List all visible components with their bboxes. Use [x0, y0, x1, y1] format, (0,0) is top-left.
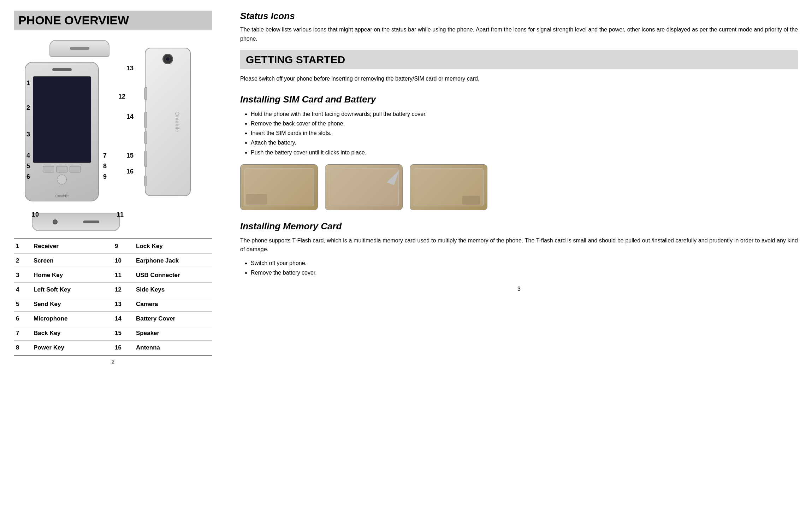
part-name-2b: Earphone Jack: [136, 257, 224, 264]
label-10: 10: [32, 211, 39, 218]
part-num-1: 1: [16, 243, 30, 250]
part-name-6b: Battery Cover: [136, 315, 224, 322]
part-name-1b: Lock Key: [136, 243, 224, 250]
status-icons-text: The table below lists various icons that…: [240, 25, 798, 43]
label-7: 7: [103, 152, 107, 159]
part-name-5b: Camera: [136, 301, 224, 308]
table-row: 5 Send Key 13 Camera: [14, 297, 212, 312]
label-4: 4: [26, 152, 30, 159]
phone-diagram: ⬡mobile ⬡mobile: [14, 37, 205, 235]
part-name-6: Microphone: [34, 315, 111, 322]
table-row: 2 Screen 10 Earphone Jack: [14, 254, 212, 268]
part-num-4b: 12: [115, 286, 132, 293]
part-name-4b: Side Keys: [136, 286, 224, 293]
label-8: 8: [103, 163, 107, 170]
sim-bullet-1: Hold the phone with the front facing dow…: [251, 109, 798, 119]
part-num-6: 6: [16, 315, 30, 322]
table-row: 7 Back Key 15 Speaker: [14, 326, 212, 341]
label-2: 2: [26, 104, 30, 112]
phone-side-view: ⬡mobile: [141, 48, 194, 200]
part-name-4: Left Soft Key: [34, 286, 111, 293]
part-num-7b: 15: [115, 330, 132, 337]
label-13: 13: [126, 65, 134, 72]
part-num-1b: 9: [115, 243, 132, 250]
part-name-1: Receiver: [34, 243, 111, 250]
table-row: 3 Home Key 11 USB Connecter: [14, 268, 212, 283]
sim-bullet-5: Push the battery cover until it clicks i…: [251, 148, 798, 157]
part-num-3: 3: [16, 272, 30, 279]
memory-card-heading: Installing Memory Card: [240, 221, 798, 232]
part-name-7b: Speaker: [136, 330, 224, 337]
right-page-number: 3: [240, 282, 798, 292]
left-page: PHONE OVERVIEW: [14, 11, 212, 518]
phone-front-view: ⬡mobile: [25, 62, 99, 203]
page-title: PHONE OVERVIEW: [14, 11, 212, 30]
part-name-8: Power Key: [34, 344, 111, 351]
getting-started-title: GETTING STARTED: [246, 54, 345, 65]
part-name-8b: Antenna: [136, 344, 224, 351]
part-num-3b: 11: [115, 272, 132, 279]
table-row: 6 Microphone 14 Battery Cover: [14, 312, 212, 326]
getting-started-text: Please switch off your phone before inse…: [240, 74, 798, 83]
memory-bullet-2: Remove the battery cover.: [251, 268, 798, 277]
phone-bottom-view: [32, 213, 120, 233]
label-16: 16: [126, 168, 134, 175]
sim-bullet-4: Attach the battery.: [251, 138, 798, 147]
part-num-5: 5: [16, 301, 30, 308]
part-name-3b: USB Connecter: [136, 272, 224, 279]
part-name-7: Back Key: [34, 330, 111, 337]
part-num-6b: 14: [115, 315, 132, 322]
part-num-7: 7: [16, 330, 30, 337]
part-name-2: Screen: [34, 257, 111, 264]
battery-image-3: [410, 164, 487, 210]
label-9: 9: [103, 173, 107, 181]
part-num-2: 2: [16, 257, 30, 264]
parts-table: 1 Receiver 9 Lock Key 2 Screen 10 Earpho…: [14, 239, 212, 355]
memory-card-bullets: Switch off your phone. Remove the batter…: [251, 258, 798, 277]
battery-image-1: [240, 164, 318, 210]
part-name-3: Home Key: [34, 272, 111, 279]
table-row: 4 Left Soft Key 12 Side Keys: [14, 283, 212, 297]
memory-bullet-1: Switch off your phone.: [251, 258, 798, 268]
battery-image-2: [325, 164, 403, 210]
table-row: 1 Receiver 9 Lock Key: [14, 239, 212, 254]
label-15: 15: [126, 152, 134, 159]
label-1: 1: [26, 80, 30, 87]
memory-card-text: The phone supports T-Flash card, which i…: [240, 236, 798, 254]
right-page: Status Icons The table below lists vario…: [233, 11, 798, 518]
label-6: 6: [26, 173, 30, 181]
status-icons-heading: Status Icons: [240, 11, 798, 22]
table-row: 8 Power Key 16 Antenna: [14, 341, 212, 355]
sim-card-bullets: Hold the phone with the front facing dow…: [251, 109, 798, 157]
part-num-4: 4: [16, 286, 30, 293]
label-3: 3: [26, 131, 30, 138]
part-num-5b: 13: [115, 301, 132, 308]
label-14: 14: [126, 113, 134, 121]
part-name-5: Send Key: [34, 301, 111, 308]
left-page-number: 2: [14, 355, 212, 367]
label-11: 11: [117, 211, 124, 218]
part-num-8: 8: [16, 344, 30, 351]
phone-top-view: [49, 40, 109, 58]
label-5: 5: [26, 163, 30, 170]
sim-card-heading: Installing SIM Card and Battery: [240, 94, 798, 105]
sim-bullet-2: Remove the back cover of the phone.: [251, 119, 798, 128]
battery-images: [240, 164, 798, 210]
getting-started-box: GETTING STARTED: [240, 50, 798, 69]
part-num-2b: 10: [115, 257, 132, 264]
part-num-8b: 16: [115, 344, 132, 351]
sim-bullet-3: Insert the SIM cards in the slots.: [251, 128, 798, 138]
label-12: 12: [118, 93, 125, 100]
